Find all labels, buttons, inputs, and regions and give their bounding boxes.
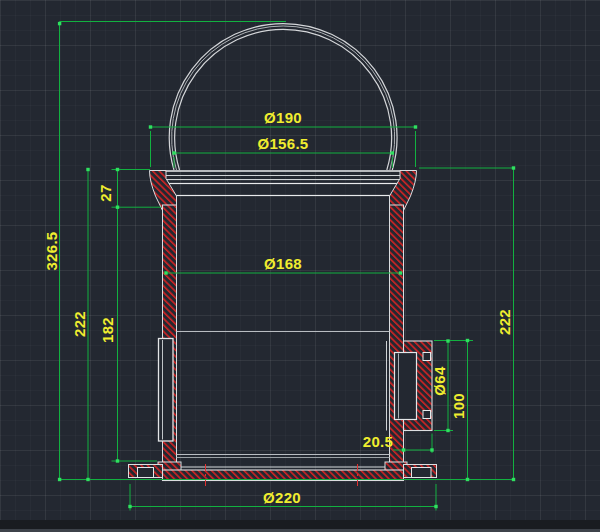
vessel-interior-lines (177, 332, 390, 468)
dim-label-diameter-220: Ø220 (263, 489, 301, 506)
vessel-walls (163, 205, 404, 467)
dim-label-diameter-64: Ø64 (431, 366, 448, 395)
cad-viewport[interactable]: Ø190 Ø156.5 Ø168 Ø220 20.5 27 326.5 222 … (0, 0, 600, 532)
dim-label-diameter-168: Ø168 (264, 255, 302, 272)
dim-label-222-right: 222 (496, 309, 513, 335)
dim-label-100: 100 (450, 393, 467, 419)
dim-label-diameter-190: Ø190 (264, 109, 302, 126)
dim-label-27: 27 (97, 184, 114, 201)
dim-label-20-5: 20.5 (363, 433, 393, 450)
bottom-plate (129, 462, 437, 489)
dim-label-326-5: 326.5 (43, 231, 60, 270)
top-flange (150, 171, 417, 211)
dim-label-182: 182 (99, 317, 116, 343)
dim-label-222-left: 222 (71, 311, 88, 337)
dim-label-diameter-156-5: Ø156.5 (257, 135, 308, 152)
left-wall-slot (159, 339, 174, 442)
